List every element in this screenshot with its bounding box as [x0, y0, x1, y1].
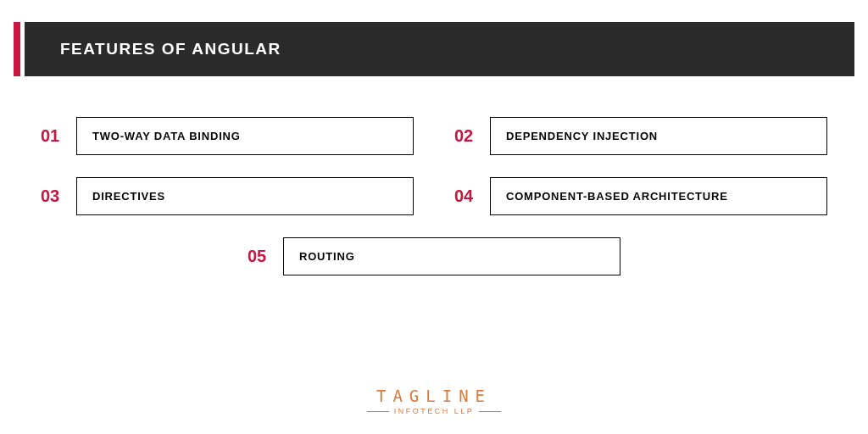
features-list: 01 TWO-WAY DATA BINDING 02 DEPENDENCY IN…: [0, 117, 868, 275]
feature-item: 05 ROUTING: [248, 237, 620, 275]
logo-main-text: TAGLINE: [376, 387, 492, 405]
feature-box: COMPONENT-BASED ARCHITECTURE: [490, 177, 827, 215]
feature-number: 01: [41, 126, 76, 146]
feature-box: ROUTING: [283, 237, 620, 275]
feature-row: 01 TWO-WAY DATA BINDING 02 DEPENDENCY IN…: [41, 117, 827, 155]
feature-item: 01 TWO-WAY DATA BINDING: [41, 117, 414, 155]
page-title: FEATURES OF ANGULAR: [60, 40, 281, 58]
feature-item: 03 DIRECTIVES: [41, 177, 414, 215]
feature-row-center: 05 ROUTING: [41, 237, 827, 275]
feature-box: TWO-WAY DATA BINDING: [76, 117, 414, 155]
feature-number: 05: [248, 247, 283, 266]
logo-sub-text: INFOTECH LLP: [394, 407, 475, 415]
header-accent: [14, 22, 20, 76]
feature-number: 03: [41, 186, 76, 206]
feature-item: 02 DEPENDENCY INJECTION: [454, 117, 827, 155]
feature-box: DIRECTIVES: [76, 177, 414, 215]
feature-row: 03 DIRECTIVES 04 COMPONENT-BASED ARCHITE…: [41, 177, 827, 215]
feature-item: 04 COMPONENT-BASED ARCHITECTURE: [454, 177, 827, 215]
logo-sub-container: INFOTECH LLP: [367, 407, 502, 415]
brand-logo: TAGLINE INFOTECH LLP: [0, 387, 868, 415]
logo-line-left: [367, 411, 389, 412]
feature-number: 02: [454, 126, 490, 146]
header-content: FEATURES OF ANGULAR: [25, 22, 854, 76]
logo-line-right: [479, 411, 501, 412]
feature-box: DEPENDENCY INJECTION: [490, 117, 827, 155]
feature-number: 04: [454, 186, 490, 206]
header-bar: FEATURES OF ANGULAR: [14, 22, 854, 76]
